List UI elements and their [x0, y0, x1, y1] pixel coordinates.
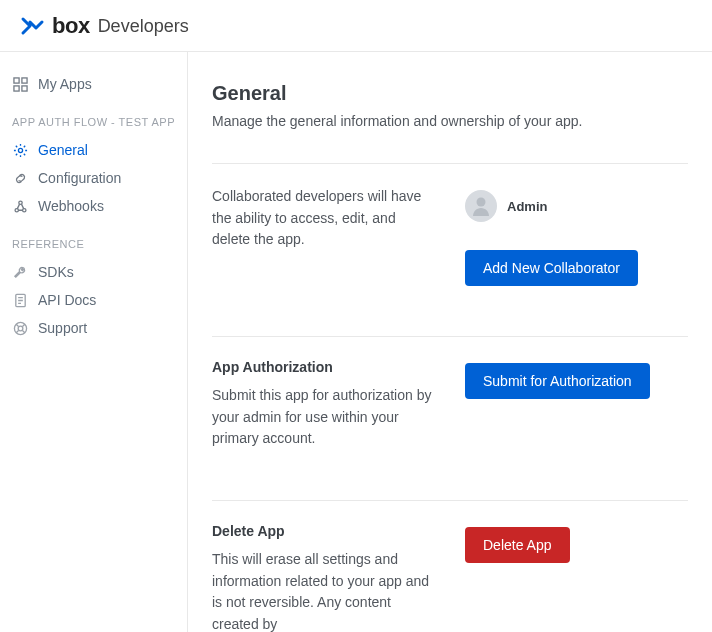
brand-text: box — [52, 13, 90, 39]
sidebar-item-support[interactable]: Support — [0, 314, 187, 342]
delete-app-description: This will erase all settings and informa… — [212, 549, 435, 632]
brand-sub-text: Developers — [98, 16, 189, 37]
sidebar-item-label: General — [38, 142, 88, 158]
svg-point-10 — [18, 326, 23, 331]
delete-app-title: Delete App — [212, 523, 435, 539]
sidebar-section-ref-header: REFERENCE — [0, 238, 187, 258]
sidebar-item-label: API Docs — [38, 292, 96, 308]
collaborators-card: Collaborated developers will have the ab… — [212, 163, 688, 336]
submit-authorization-button[interactable]: Submit for Authorization — [465, 363, 650, 399]
collaborator-name: Admin — [507, 199, 547, 214]
sidebar-item-label: Webhooks — [38, 198, 104, 214]
sidebar-item-apidocs[interactable]: API Docs — [0, 286, 187, 314]
authorization-description: Submit this app for authorization by you… — [212, 385, 435, 450]
delete-app-button[interactable]: Delete App — [465, 527, 570, 563]
sidebar-section-app: APP AUTH FLOW - TEST APP General — [0, 116, 187, 220]
svg-point-6 — [15, 208, 18, 211]
sidebar-item-myapps[interactable]: My Apps — [0, 70, 187, 98]
sidebar-item-general[interactable]: General — [0, 136, 187, 164]
gear-icon — [12, 142, 28, 158]
sidebar-item-label: My Apps — [38, 76, 92, 92]
sidebar-item-label: Support — [38, 320, 87, 336]
global-header: box Developers — [0, 0, 712, 52]
svg-point-11 — [477, 198, 486, 207]
svg-rect-1 — [21, 77, 26, 82]
sidebar-section-app-header: APP AUTH FLOW - TEST APP — [0, 116, 187, 136]
page-description: Manage the general information and owner… — [212, 113, 688, 129]
sidebar-item-label: Configuration — [38, 170, 121, 186]
sidebar: My Apps APP AUTH FLOW - TEST APP General — [0, 52, 188, 632]
sidebar-item-configuration[interactable]: Configuration — [0, 164, 187, 192]
collaborators-description: Collaborated developers will have the ab… — [212, 186, 435, 251]
main-content: General Manage the general information a… — [188, 52, 712, 632]
sidebar-section-reference: REFERENCE SDKs API Docs — [0, 238, 187, 342]
svg-rect-3 — [21, 85, 26, 90]
sidebar-item-sdks[interactable]: SDKs — [0, 258, 187, 286]
svg-rect-2 — [13, 85, 18, 90]
collaborator-row: Admin — [465, 190, 547, 222]
link-icon — [12, 170, 28, 186]
sidebar-item-webhooks[interactable]: Webhooks — [0, 192, 187, 220]
authorization-title: App Authorization — [212, 359, 435, 375]
authorization-card: App Authorization Submit this app for au… — [212, 336, 688, 500]
delete-app-card: Delete App This will erase all settings … — [212, 500, 688, 632]
svg-point-4 — [18, 148, 22, 152]
document-icon — [12, 292, 28, 308]
svg-point-5 — [18, 201, 21, 204]
sidebar-item-label: SDKs — [38, 264, 74, 280]
page-title: General — [212, 82, 688, 105]
sidebar-section-myapps: My Apps — [0, 70, 187, 98]
grid-icon — [12, 76, 28, 92]
main-layout: My Apps APP AUTH FLOW - TEST APP General — [0, 52, 712, 632]
avatar-icon — [465, 190, 497, 222]
add-collaborator-button[interactable]: Add New Collaborator — [465, 250, 638, 286]
svg-rect-0 — [13, 77, 18, 82]
support-icon — [12, 320, 28, 336]
brand-logo-icon — [20, 16, 46, 36]
wrench-icon — [12, 264, 28, 280]
svg-point-7 — [22, 208, 25, 211]
webhook-icon — [12, 198, 28, 214]
